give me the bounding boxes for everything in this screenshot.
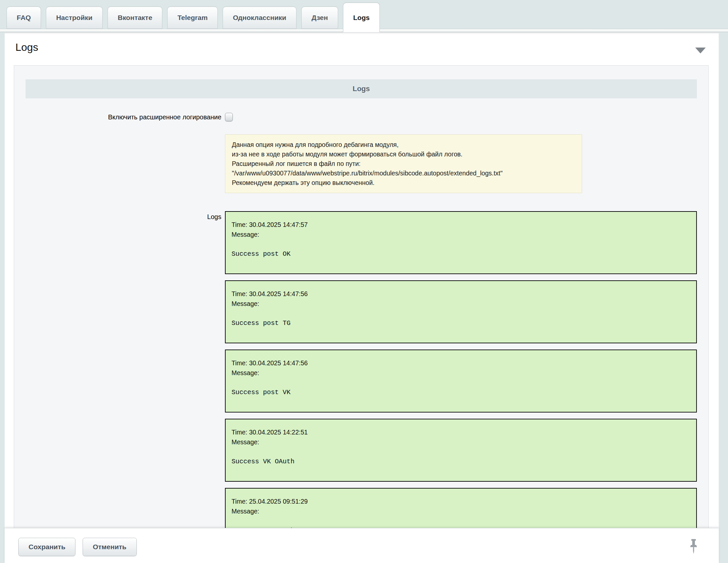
page: FAQ Настройки Вконтакте Telegram Однокла… — [0, 0, 728, 563]
log-entry: Time: 30.04.2025 14:22:51 Message: Succe… — [225, 419, 697, 482]
note-box: Данная опция нужна для подробного дебаги… — [225, 134, 582, 193]
tab[interactable]: Настройки — [46, 7, 103, 29]
log-time: Time: 30.04.2025 14:47:56 — [232, 289, 690, 299]
log-message-label: Message: — [232, 368, 690, 378]
pin-icon[interactable] — [689, 539, 698, 554]
collapse-chevron-icon[interactable] — [695, 48, 706, 53]
tab[interactable]: Logs — [343, 3, 380, 32]
tab[interactable]: Одноклассники — [223, 7, 296, 29]
tab-label: Дзен — [312, 14, 328, 22]
logs-label: Logs — [26, 211, 225, 557]
tab-label: Telegram — [177, 14, 208, 22]
log-message-label: Message: — [232, 230, 690, 239]
log-message: Success post OK — [232, 249, 690, 259]
logs-row: Logs Time: 30.04.2025 14:47:57 Message: … — [26, 211, 697, 557]
tab-label: Одноклассники — [233, 14, 286, 22]
log-message: Success post VK — [232, 388, 690, 397]
save-button[interactable]: Сохранить — [18, 538, 75, 556]
form-section-header: Logs — [26, 79, 697, 98]
log-time: Time: 30.04.2025 14:47:56 — [232, 358, 690, 368]
tab[interactable]: FAQ — [7, 7, 41, 29]
extended-logging-label: Включить расширенное логирование — [26, 113, 225, 121]
tab-label: Logs — [353, 14, 370, 22]
cancel-button[interactable]: Отменить — [83, 538, 137, 556]
tab-label: FAQ — [17, 14, 31, 22]
tab-label: Настройки — [56, 14, 92, 22]
extended-logging-row: Включить расширенное логирование — [26, 113, 697, 121]
tab[interactable]: Дзен — [301, 7, 338, 29]
log-entry: Time: 30.04.2025 14:47:56 Message: Succe… — [225, 350, 697, 412]
note-row: Данная опция нужна для подробного дебаги… — [26, 134, 697, 193]
settings-form: Logs Включить расширенное логирование Да… — [14, 65, 709, 563]
tab[interactable]: Вконтакте — [108, 7, 162, 29]
page-title: Logs — [15, 41, 706, 53]
log-message: Success VK OAuth — [232, 457, 690, 467]
tab-bar: FAQ Настройки Вконтакте Telegram Однокла… — [0, 0, 728, 32]
log-list: Time: 30.04.2025 14:47:57 Message: Succe… — [225, 211, 697, 557]
log-message: Success post TG — [232, 318, 690, 328]
panel-header: Logs — [5, 32, 719, 53]
log-message-label: Message: — [232, 299, 690, 309]
extended-logging-checkbox[interactable] — [225, 113, 233, 121]
log-message-label: Message: — [232, 437, 690, 447]
log-time: Time: 30.04.2025 14:22:51 — [232, 427, 690, 437]
content-panel: Logs Logs Включить расширенное логирован… — [5, 32, 719, 563]
log-message-label: Message: — [232, 506, 690, 516]
tab-label: Вконтакте — [118, 14, 152, 22]
log-entry: Time: 30.04.2025 14:47:56 Message: Succe… — [225, 280, 697, 343]
log-time: Time: 25.04.2025 09:51:29 — [232, 496, 690, 506]
log-entry: Time: 30.04.2025 14:47:57 Message: Succe… — [225, 211, 697, 274]
action-bar: Сохранить Отменить — [5, 528, 719, 563]
tab[interactable]: Telegram — [167, 7, 218, 29]
log-time: Time: 30.04.2025 14:47:57 — [232, 220, 690, 230]
